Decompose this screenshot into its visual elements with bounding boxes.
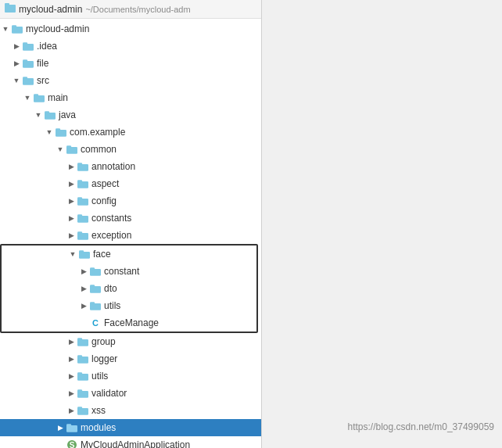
folder-icon [33,91,45,104]
tree-arrow[interactable] [11,75,22,86]
tree-item-file[interactable]: file [0,55,261,72]
tree-arrow[interactable] [66,161,77,172]
item-label: .idea [37,41,57,51]
svg-rect-23 [77,197,82,200]
folder-icon [77,160,89,173]
folder-icon [66,421,78,434]
tree-item-mycloud-admin[interactable]: mycloud-admin [0,20,261,38]
tree-arrow[interactable] [66,405,77,416]
face-group-box: face constant dto utilsCFaceManage [0,244,258,333]
svg-rect-33 [90,285,95,288]
tree-item-validator[interactable]: validator [0,385,261,402]
tree-item-com.example[interactable]: com.example [0,124,261,141]
tree-arrow[interactable] [55,144,66,155]
tree-item-group[interactable]: group [0,333,261,350]
tree-item-constant[interactable]: constant [2,263,256,280]
spring-class-icon: S [66,439,78,448]
tree-arrow[interactable] [66,353,77,364]
folder-icon [77,353,89,365]
folder-icon [55,126,67,138]
file-tree-panel[interactable]: mycloud-admin ~/Documents/mycloud-adm my… [0,0,262,448]
tree-item-config[interactable]: config [0,192,261,210]
tree-arrow[interactable] [66,371,77,382]
item-label: utils [104,301,120,310]
tree-arrow[interactable] [67,249,78,260]
tree-arrow[interactable] [66,388,77,399]
tree-item-main[interactable]: main [0,89,261,106]
folder-icon [89,299,102,312]
tree-arrow[interactable] [44,127,55,138]
folder-icon [77,387,89,400]
tree-arrow[interactable] [78,266,89,277]
tree-item-modules[interactable]: modules [0,419,261,436]
folder-icon [89,282,102,295]
folder-icon [22,40,34,52]
item-label: src [37,76,49,85]
item-label: exception [91,231,131,240]
item-label: dto [104,284,117,293]
tree-arrow[interactable] [11,41,22,52]
tree-arrow[interactable] [55,439,66,448]
tree-arrow[interactable] [66,213,77,224]
tree-item-dto[interactable]: dto [2,280,256,297]
item-label: aspect [91,179,119,188]
svg-rect-31 [90,267,95,271]
folder-icon [89,265,102,278]
item-label: face [93,249,111,259]
tree-item-xss[interactable]: xss [0,402,261,419]
tree-arrow[interactable] [22,92,33,103]
svg-rect-39 [77,355,82,358]
tree-arrow[interactable] [66,336,77,347]
svg-rect-9 [23,77,27,80]
tree-item-FaceManage[interactable]: CFaceManage [2,314,256,332]
tree-item-aspect[interactable]: aspect [0,175,261,192]
svg-text:S: S [70,441,75,448]
svg-rect-1 [5,3,9,6]
tree-item-face[interactable]: face [2,246,256,263]
item-label: mycloud-admin [26,24,89,34]
item-label: group [91,337,116,346]
tree-arrow[interactable] [66,178,77,189]
tree-item-common[interactable]: common [0,141,261,158]
item-label: config [91,196,117,206]
item-label: xss [91,406,106,415]
svg-rect-17 [66,145,71,149]
header-title: mycloud-admin [19,4,82,15]
folder-icon [77,335,89,348]
tree-arrow[interactable] [78,283,89,294]
folder-icon [77,404,89,417]
tree-item-logger[interactable]: logger [0,350,261,367]
folder-icon [44,109,56,121]
folder-icon [77,212,89,224]
tree-arrow[interactable] [66,230,77,241]
tree-item-annotation[interactable]: annotation [0,158,261,175]
folder-icon [22,74,34,87]
tree-arrow[interactable] [66,195,77,206]
tree-item-exception[interactable]: exception [0,227,261,244]
tree-item-utils[interactable]: utils [0,367,261,385]
svg-rect-7 [23,59,27,63]
tree-header: mycloud-admin ~/Documents/mycloud-adm [0,0,261,19]
item-label: validator [91,389,127,398]
tree-arrow[interactable] [78,300,89,311]
tree-item-constants[interactable]: constants [0,210,261,227]
svg-rect-43 [77,389,82,392]
right-panel: https://blog.csdn.net/m0_37499059 [262,0,502,448]
item-label: common [81,145,117,154]
tree-arrow[interactable] [55,422,66,433]
tree-arrow[interactable] [33,109,44,120]
tree-item-java[interactable]: java [0,106,261,124]
svg-rect-19 [77,163,82,166]
tree-arrow[interactable] [0,23,11,34]
tree-arrow[interactable] [78,317,89,328]
tree-arrow[interactable] [11,58,22,69]
svg-rect-27 [77,231,82,235]
tree-item-utils-face[interactable]: utils [2,297,256,314]
tree-item-MyCloudAdminApplication[interactable]: S MyCloudAdminApplication [0,436,261,448]
svg-rect-13 [45,111,49,114]
tree-item-src[interactable]: src [0,72,261,89]
header-path: ~/Documents/mycloud-adm [85,5,190,14]
tree-item-idea[interactable]: .idea [0,38,261,55]
svg-rect-29 [79,250,84,253]
folder-icon [77,177,89,190]
